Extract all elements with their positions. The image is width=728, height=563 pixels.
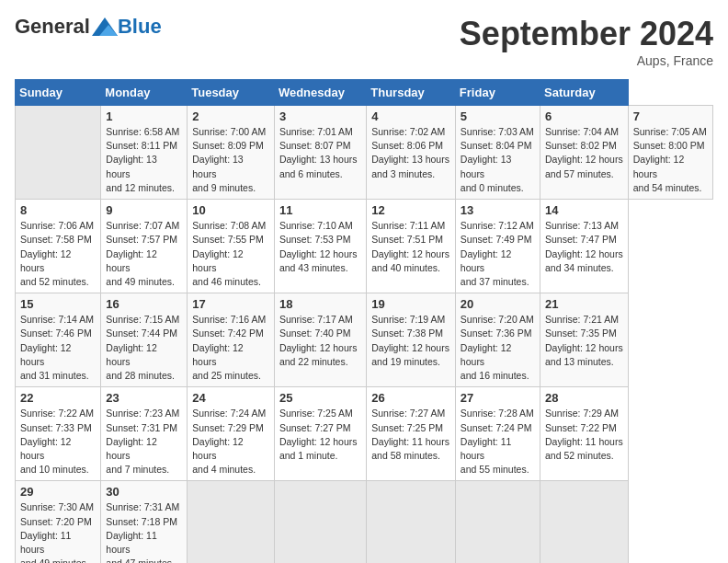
day-detail: Sunrise: 7:00 AM Sunset: 8:09 PM Dayligh… [192, 125, 269, 195]
calendar-cell: 2Sunrise: 7:00 AM Sunset: 8:09 PM Daylig… [188, 106, 275, 200]
weekday-header: Friday [455, 80, 540, 106]
day-detail: Sunrise: 7:05 AM Sunset: 8:00 PM Dayligh… [633, 125, 708, 195]
day-detail: Sunrise: 7:02 AM Sunset: 8:06 PM Dayligh… [371, 125, 450, 181]
weekday-header: Saturday [540, 80, 629, 106]
day-number: 7 [633, 109, 708, 123]
day-number: 20 [461, 297, 535, 311]
title-area: September 2024 Aups, France [460, 15, 713, 68]
calendar-cell: 9Sunrise: 7:07 AM Sunset: 7:57 PM Daylig… [101, 200, 188, 293]
calendar-cell: 27Sunrise: 7:28 AM Sunset: 7:24 PM Dayli… [455, 387, 540, 481]
logo-general-text: General [15, 15, 90, 39]
weekday-header: Monday [101, 80, 188, 106]
month-title: September 2024 [460, 15, 713, 53]
calendar-cell: 28Sunrise: 7:29 AM Sunset: 7:22 PM Dayli… [540, 387, 629, 481]
calendar-cell: 18Sunrise: 7:17 AM Sunset: 7:40 PM Dayli… [274, 293, 366, 387]
day-number: 27 [461, 391, 535, 405]
day-number: 3 [279, 109, 361, 123]
day-number: 29 [20, 485, 96, 499]
day-detail: Sunrise: 7:12 AM Sunset: 7:49 PM Dayligh… [461, 219, 535, 289]
day-detail: Sunrise: 7:15 AM Sunset: 7:44 PM Dayligh… [106, 313, 182, 383]
calendar-row: 8Sunrise: 7:06 AM Sunset: 7:58 PM Daylig… [16, 200, 713, 293]
day-number: 10 [192, 203, 269, 217]
calendar-row: 29Sunrise: 7:30 AM Sunset: 7:20 PM Dayli… [16, 481, 713, 563]
day-number: 8 [20, 203, 96, 217]
calendar-cell: 21Sunrise: 7:21 AM Sunset: 7:35 PM Dayli… [540, 293, 629, 387]
calendar-cell: 17Sunrise: 7:16 AM Sunset: 7:42 PM Dayli… [188, 293, 275, 387]
calendar-row: 15Sunrise: 7:14 AM Sunset: 7:46 PM Dayli… [16, 293, 713, 387]
calendar-cell [367, 481, 456, 563]
calendar-cell: 23Sunrise: 7:23 AM Sunset: 7:31 PM Dayli… [101, 387, 188, 481]
day-number: 30 [106, 485, 182, 499]
day-detail: Sunrise: 7:23 AM Sunset: 7:31 PM Dayligh… [106, 407, 182, 477]
day-detail: Sunrise: 7:30 AM Sunset: 7:20 PM Dayligh… [20, 500, 96, 563]
day-number: 18 [279, 297, 361, 311]
day-detail: Sunrise: 7:14 AM Sunset: 7:46 PM Dayligh… [20, 313, 96, 383]
day-detail: Sunrise: 7:28 AM Sunset: 7:24 PM Dayligh… [461, 407, 535, 477]
calendar-cell: 3Sunrise: 7:01 AM Sunset: 8:07 PM Daylig… [274, 106, 366, 200]
day-detail: Sunrise: 7:21 AM Sunset: 7:35 PM Dayligh… [545, 313, 623, 369]
day-detail: Sunrise: 6:58 AM Sunset: 8:11 PM Dayligh… [106, 125, 182, 195]
day-number: 19 [371, 297, 450, 311]
day-number: 11 [279, 203, 361, 217]
day-number: 5 [461, 109, 535, 123]
weekday-header: Wednesday [274, 80, 366, 106]
calendar-cell: 15Sunrise: 7:14 AM Sunset: 7:46 PM Dayli… [16, 293, 101, 387]
day-number: 21 [545, 297, 623, 311]
day-number: 22 [20, 391, 96, 405]
calendar-header-row: SundayMondayTuesdayWednesdayThursdayFrid… [16, 80, 713, 106]
calendar-cell: 4Sunrise: 7:02 AM Sunset: 8:06 PM Daylig… [367, 106, 456, 200]
calendar-cell: 14Sunrise: 7:13 AM Sunset: 7:47 PM Dayli… [540, 200, 629, 293]
day-detail: Sunrise: 7:20 AM Sunset: 7:36 PM Dayligh… [461, 313, 535, 383]
day-detail: Sunrise: 7:06 AM Sunset: 7:58 PM Dayligh… [20, 219, 96, 289]
day-number: 23 [106, 391, 182, 405]
logo: General Blue [15, 15, 162, 39]
day-detail: Sunrise: 7:24 AM Sunset: 7:29 PM Dayligh… [192, 407, 269, 477]
weekday-header: Tuesday [188, 80, 275, 106]
day-number: 15 [20, 297, 96, 311]
calendar-cell: 16Sunrise: 7:15 AM Sunset: 7:44 PM Dayli… [101, 293, 188, 387]
weekday-header: Sunday [16, 80, 101, 106]
day-detail: Sunrise: 7:08 AM Sunset: 7:55 PM Dayligh… [192, 219, 269, 289]
location: Aups, France [460, 53, 713, 68]
day-number: 17 [192, 297, 269, 311]
calendar-cell [188, 481, 275, 563]
day-detail: Sunrise: 7:27 AM Sunset: 7:25 PM Dayligh… [371, 407, 450, 463]
day-number: 26 [371, 391, 450, 405]
logo-icon [92, 17, 118, 36]
calendar-cell [455, 481, 540, 563]
day-number: 14 [545, 203, 623, 217]
day-number: 28 [545, 391, 623, 405]
day-detail: Sunrise: 7:13 AM Sunset: 7:47 PM Dayligh… [545, 219, 623, 275]
calendar-cell [16, 106, 101, 200]
day-number: 2 [192, 109, 269, 123]
calendar-cell: 24Sunrise: 7:24 AM Sunset: 7:29 PM Dayli… [188, 387, 275, 481]
day-detail: Sunrise: 7:10 AM Sunset: 7:53 PM Dayligh… [279, 219, 361, 275]
calendar-cell: 6Sunrise: 7:04 AM Sunset: 8:02 PM Daylig… [540, 106, 629, 200]
calendar-cell: 11Sunrise: 7:10 AM Sunset: 7:53 PM Dayli… [274, 200, 366, 293]
calendar-cell: 22Sunrise: 7:22 AM Sunset: 7:33 PM Dayli… [16, 387, 101, 481]
calendar-cell: 29Sunrise: 7:30 AM Sunset: 7:20 PM Dayli… [16, 481, 101, 563]
calendar-cell: 12Sunrise: 7:11 AM Sunset: 7:51 PM Dayli… [367, 200, 456, 293]
day-detail: Sunrise: 7:04 AM Sunset: 8:02 PM Dayligh… [545, 125, 623, 181]
calendar-cell: 8Sunrise: 7:06 AM Sunset: 7:58 PM Daylig… [16, 200, 101, 293]
logo-blue-text: Blue [118, 15, 162, 39]
calendar-cell: 26Sunrise: 7:27 AM Sunset: 7:25 PM Dayli… [367, 387, 456, 481]
calendar-cell: 1Sunrise: 6:58 AM Sunset: 8:11 PM Daylig… [101, 106, 188, 200]
calendar-cell: 10Sunrise: 7:08 AM Sunset: 7:55 PM Dayli… [188, 200, 275, 293]
day-detail: Sunrise: 7:22 AM Sunset: 7:33 PM Dayligh… [20, 407, 96, 477]
day-detail: Sunrise: 7:16 AM Sunset: 7:42 PM Dayligh… [192, 313, 269, 383]
day-detail: Sunrise: 7:19 AM Sunset: 7:38 PM Dayligh… [371, 313, 450, 369]
day-number: 25 [279, 391, 361, 405]
day-detail: Sunrise: 7:29 AM Sunset: 7:22 PM Dayligh… [545, 407, 623, 463]
day-detail: Sunrise: 7:07 AM Sunset: 7:57 PM Dayligh… [106, 219, 182, 289]
calendar-row: 22Sunrise: 7:22 AM Sunset: 7:33 PM Dayli… [16, 387, 713, 481]
calendar-cell [540, 481, 629, 563]
day-number: 1 [106, 109, 182, 123]
day-detail: Sunrise: 7:17 AM Sunset: 7:40 PM Dayligh… [279, 313, 361, 369]
day-number: 24 [192, 391, 269, 405]
day-number: 4 [371, 109, 450, 123]
day-detail: Sunrise: 7:01 AM Sunset: 8:07 PM Dayligh… [279, 125, 361, 181]
day-number: 16 [106, 297, 182, 311]
calendar-cell [274, 481, 366, 563]
weekday-header: Thursday [367, 80, 456, 106]
